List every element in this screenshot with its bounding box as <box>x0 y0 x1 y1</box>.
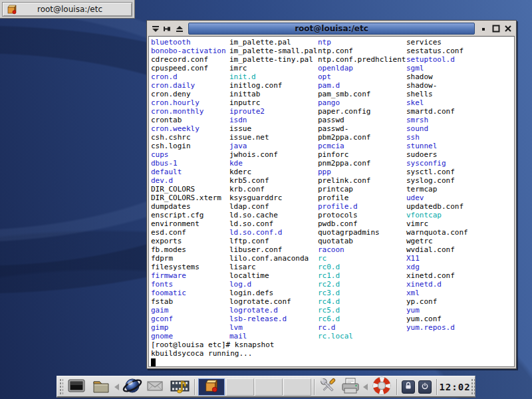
file-entry: vfontcap <box>406 211 468 219</box>
terminal-cursor <box>151 358 156 366</box>
file-entry: yum <box>406 306 468 315</box>
window-titlebar[interactable]: root@louisa:/etc <box>148 22 515 35</box>
file-entry: inputrc <box>229 98 317 107</box>
file-entry: login.defs <box>229 289 317 297</box>
taskbar-entry-konsole[interactable]: root@louisa:/etc <box>2 2 132 17</box>
file-entry: DIR_COLORS.xterm <box>151 194 226 202</box>
panel-grip-left[interactable] <box>59 378 63 395</box>
file-entry: localtime <box>229 271 317 280</box>
terminal-launcher[interactable] <box>66 378 86 396</box>
file-entry: rc4.d <box>318 297 406 306</box>
file-entry: updatedb.conf <box>406 202 468 211</box>
maximize-button[interactable] <box>491 24 501 33</box>
panel-separator-3 <box>396 379 397 395</box>
file-entry: cdrecord.conf <box>151 55 226 64</box>
pin-icon[interactable] <box>162 24 172 33</box>
file-entry: cron.weekly <box>151 124 226 133</box>
lock-screen-button[interactable] <box>402 380 415 394</box>
file-entry: xinetd.d <box>406 280 468 289</box>
panel-grip-right[interactable] <box>471 378 475 395</box>
system-tools-launcher[interactable] <box>317 378 339 396</box>
file-entry: cron.deny <box>151 90 226 98</box>
file-entry: kderc <box>229 168 317 176</box>
file-entry: rc1.d <box>318 271 406 280</box>
file-entry: cron.daily <box>151 81 226 90</box>
taskbar-empty-slot <box>283 378 311 396</box>
file-entry: java <box>229 142 317 150</box>
file-entry: shells <box>406 90 468 98</box>
file-entry: cups <box>151 150 226 159</box>
file-entry: fdprm <box>151 254 226 263</box>
file-entry: ssh <box>406 133 468 142</box>
file-entry: pbm2ppa.conf <box>318 133 406 142</box>
file-entry: rc6.d <box>318 315 406 323</box>
file-entry: bonobo-activation <box>151 47 226 55</box>
file-entry: skel <box>406 98 468 107</box>
taskbar-active-konsole[interactable] <box>198 378 225 396</box>
file-entry: cron.d <box>151 72 226 81</box>
taskbar-entry-label: root@louisa:/etc <box>17 5 132 14</box>
file-manager-launcher[interactable] <box>91 378 111 396</box>
panel-arrow-2[interactable] <box>360 378 370 396</box>
file-entry: exports <box>151 237 226 245</box>
printer-launcher[interactable] <box>339 378 362 396</box>
file-entry: jwhois.conf <box>229 150 317 159</box>
listing-column-2: im_palette.palim_palette-small.palim_pal… <box>229 38 317 340</box>
file-entry: pcmcia <box>318 142 406 150</box>
window-menu-icon[interactable] <box>150 24 160 33</box>
file-entry: wvdial.conf <box>406 245 468 254</box>
file-entry: smartd.conf <box>406 107 468 116</box>
file-entry: paper.config <box>318 107 406 116</box>
file-entry: im_palette.pal <box>229 38 317 47</box>
file-entry: sound <box>406 124 468 133</box>
file-entry: issue <box>229 124 317 133</box>
help-launcher[interactable] <box>370 378 394 396</box>
file-entry: quotatab <box>318 237 406 245</box>
minimize-button[interactable] <box>479 24 489 33</box>
panel-arrow-1[interactable] <box>112 378 121 396</box>
file-entry: vimrc <box>406 219 468 228</box>
file-entry: rc3.d <box>318 289 406 297</box>
file-entry: ntp.conf.predhclient <box>318 55 406 64</box>
file-entry: services <box>406 38 468 47</box>
multimedia-launcher[interactable] <box>169 378 192 396</box>
file-entry: pango <box>318 98 406 107</box>
logout-power-button[interactable] <box>418 380 432 394</box>
file-entry: sgml <box>406 64 468 72</box>
file-entry: krb.conf <box>229 185 317 194</box>
terminal-screen[interactable]: bluetoothbonobo-activationcdrecord.confc… <box>148 36 515 367</box>
panel-clock[interactable]: 12:02 <box>440 376 470 397</box>
file-entry: log.d <box>229 280 317 289</box>
file-entry: stunnel <box>406 142 468 150</box>
file-entry: sysconfig <box>406 159 468 168</box>
file-entry: default <box>151 168 226 176</box>
file-entry: yp.conf <box>406 297 468 306</box>
konsole-icon <box>204 378 219 396</box>
top-taskbar-panel: root@louisa:/etc <box>0 0 135 19</box>
file-entry: ntp <box>318 38 406 47</box>
web-browser-launcher[interactable] <box>121 378 144 396</box>
file-entry: cron.monthly <box>151 107 226 116</box>
file-entry: smrsh <box>406 116 468 124</box>
close-button[interactable] <box>503 24 513 33</box>
listing-column-1: bluetoothbonobo-activationcdrecord.confc… <box>151 38 226 340</box>
file-entry: shadow- <box>406 81 468 90</box>
file-entry: xml <box>406 289 468 297</box>
mail-launcher[interactable] <box>145 378 165 396</box>
file-entry: termcap <box>406 185 468 194</box>
file-entry: ksysguarddrc <box>229 194 317 202</box>
file-entry: prelink.conf <box>318 176 406 185</box>
file-entry: pam.d <box>318 81 406 90</box>
shade-icon[interactable] <box>174 24 184 33</box>
file-entry: DIR_COLORS <box>151 185 226 194</box>
konsole-window: root@louisa:/etc bluetoothbonobo-activat… <box>146 20 517 369</box>
file-entry: profile.d <box>318 202 406 211</box>
taskbar-empty-slot <box>255 378 283 396</box>
file-entry: iproute2 <box>229 107 317 116</box>
file-entry: rc5.d <box>318 306 406 315</box>
file-entry: ld.so.conf.d <box>229 228 317 237</box>
file-entry: filesystems <box>151 263 226 271</box>
printer-icon <box>340 376 361 398</box>
file-entry: csh.cshrc <box>151 133 226 142</box>
taskbar-empty-slot <box>226 378 254 396</box>
